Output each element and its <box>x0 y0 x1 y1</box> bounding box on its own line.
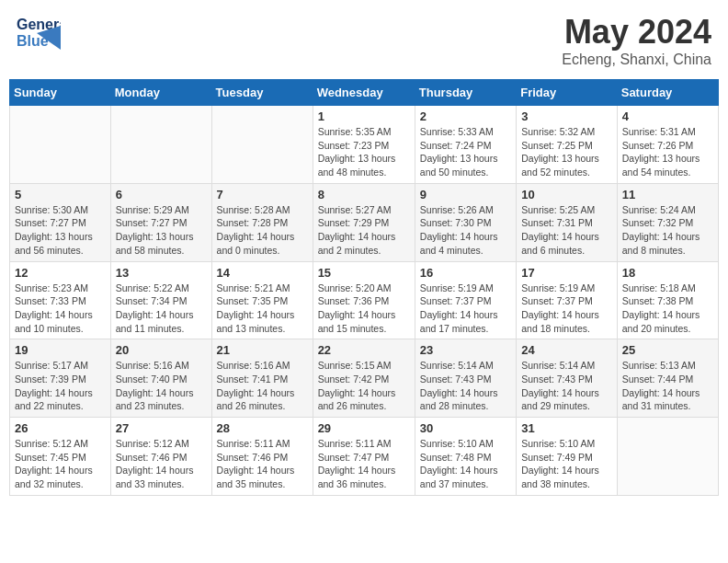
day-number: 30 <box>420 421 511 435</box>
day-number: 31 <box>521 421 612 435</box>
day-info-line: Daylight: 13 hours <box>622 152 713 166</box>
day-info-line: Sunrise: 5:10 AM <box>420 437 511 451</box>
day-number: 18 <box>622 266 713 280</box>
day-info-line: and 11 minutes. <box>116 322 207 336</box>
day-info-line: Sunset: 7:44 PM <box>622 373 713 386</box>
calendar-cell: 7Sunrise: 5:28 AMSunset: 7:28 PMDaylight… <box>211 183 313 261</box>
calendar-cell: 11Sunrise: 5:24 AMSunset: 7:32 PMDayligh… <box>617 183 718 261</box>
day-number: 12 <box>15 266 106 280</box>
day-number: 19 <box>15 343 106 357</box>
day-info-line: Daylight: 13 hours <box>521 152 612 166</box>
day-info-line: Sunrise: 5:29 AM <box>116 203 207 217</box>
calendar-cell: 12Sunrise: 5:23 AMSunset: 7:33 PMDayligh… <box>10 261 111 339</box>
day-number: 22 <box>318 343 410 357</box>
title-block: May 2024 Echeng, Shanxi, China <box>562 13 711 68</box>
day-info-line: Sunset: 7:32 PM <box>622 216 713 230</box>
calendar-cell <box>110 106 211 184</box>
day-number: 3 <box>521 109 612 123</box>
day-info-line: Sunrise: 5:19 AM <box>420 282 511 295</box>
day-number: 8 <box>318 188 410 201</box>
day-number: 13 <box>116 266 207 280</box>
day-info-line: and 56 minutes. <box>15 244 106 258</box>
calendar-week-row: 19Sunrise: 5:17 AMSunset: 7:39 PMDayligh… <box>10 339 719 418</box>
day-number: 2 <box>420 109 511 123</box>
day-info-line: Daylight: 14 hours <box>15 464 106 477</box>
day-info-line: Sunrise: 5:17 AM <box>15 359 106 373</box>
day-info-line: and 52 minutes. <box>521 166 612 179</box>
day-info-line: Sunset: 7:27 PM <box>15 216 106 230</box>
calendar-cell <box>211 106 313 184</box>
calendar-cell: 9Sunrise: 5:26 AMSunset: 7:30 PMDaylight… <box>415 183 516 261</box>
day-info-line: and 54 minutes. <box>622 166 713 179</box>
day-info-line: Sunset: 7:25 PM <box>521 139 612 153</box>
day-of-week-header: Wednesday <box>313 80 415 106</box>
day-info-line: Daylight: 14 hours <box>217 464 308 477</box>
calendar-cell: 8Sunrise: 5:27 AMSunset: 7:29 PMDaylight… <box>313 183 415 261</box>
day-info-line: Daylight: 14 hours <box>116 464 207 477</box>
day-info-line: and 58 minutes. <box>116 244 207 258</box>
day-info-line: and 26 minutes. <box>217 399 308 413</box>
day-info-line: Sunset: 7:45 PM <box>15 451 106 465</box>
day-info-line: Sunset: 7:37 PM <box>521 294 612 308</box>
day-number: 4 <box>622 109 713 123</box>
day-info-line: Sunrise: 5:16 AM <box>217 359 308 373</box>
day-info-line: and 4 minutes. <box>420 244 511 258</box>
day-of-week-header: Sunday <box>10 80 111 106</box>
day-number: 21 <box>217 343 308 357</box>
day-info-line: and 28 minutes. <box>420 399 511 413</box>
day-info-line: Sunset: 7:28 PM <box>217 216 308 230</box>
day-info-line: Daylight: 14 hours <box>521 308 612 322</box>
day-info-line: Daylight: 14 hours <box>622 308 713 322</box>
calendar-week-row: 1Sunrise: 5:35 AMSunset: 7:23 PMDaylight… <box>10 106 719 184</box>
calendar-cell: 19Sunrise: 5:17 AMSunset: 7:39 PMDayligh… <box>10 339 111 418</box>
day-info-line: Sunrise: 5:23 AM <box>15 282 106 295</box>
day-of-week-header: Thursday <box>415 80 516 106</box>
logo: General Blue <box>17 13 61 50</box>
calendar-body: 1Sunrise: 5:35 AMSunset: 7:23 PMDaylight… <box>10 106 719 496</box>
day-number: 17 <box>521 266 612 280</box>
day-info-line: Daylight: 14 hours <box>521 230 612 244</box>
day-info-line: Sunrise: 5:33 AM <box>420 125 511 139</box>
day-number: 28 <box>217 421 308 435</box>
day-info-line: Sunrise: 5:15 AM <box>318 359 410 373</box>
calendar-cell: 21Sunrise: 5:16 AMSunset: 7:41 PMDayligh… <box>211 339 313 418</box>
day-info-line: Sunset: 7:47 PM <box>318 451 410 465</box>
day-info-line: and 26 minutes. <box>318 399 410 413</box>
day-number: 24 <box>521 343 612 357</box>
day-info-line: Daylight: 13 hours <box>116 230 207 244</box>
day-info-line: and 31 minutes. <box>622 399 713 413</box>
day-info-line: Daylight: 14 hours <box>15 386 106 400</box>
day-info-line: and 6 minutes. <box>521 244 612 258</box>
day-info-line: Daylight: 14 hours <box>622 386 713 400</box>
day-info-line: Daylight: 14 hours <box>521 386 612 400</box>
day-info-line: Sunrise: 5:28 AM <box>217 203 308 217</box>
day-of-week-header: Monday <box>110 80 211 106</box>
day-info-line: Sunset: 7:39 PM <box>15 373 106 386</box>
day-info-line: and 33 minutes. <box>116 477 207 491</box>
day-info-line: and 8 minutes. <box>622 244 713 258</box>
calendar-cell: 25Sunrise: 5:13 AMSunset: 7:44 PMDayligh… <box>617 339 718 418</box>
day-info-line: Sunset: 7:43 PM <box>420 373 511 386</box>
day-info-line: Daylight: 14 hours <box>318 386 410 400</box>
day-info-line: and 20 minutes. <box>622 322 713 336</box>
day-number: 20 <box>116 343 207 357</box>
day-info-line: Sunrise: 5:22 AM <box>116 282 207 295</box>
day-number: 16 <box>420 266 511 280</box>
day-info-line: Sunrise: 5:26 AM <box>420 203 511 217</box>
calendar-cell: 16Sunrise: 5:19 AMSunset: 7:37 PMDayligh… <box>415 261 516 339</box>
calendar-week-row: 26Sunrise: 5:12 AMSunset: 7:45 PMDayligh… <box>10 418 719 496</box>
day-info-line: Daylight: 14 hours <box>420 230 511 244</box>
day-info-line: Daylight: 14 hours <box>318 230 410 244</box>
calendar-cell: 17Sunrise: 5:19 AMSunset: 7:37 PMDayligh… <box>517 261 618 339</box>
month-year-title: May 2024 <box>562 13 711 52</box>
calendar-cell: 26Sunrise: 5:12 AMSunset: 7:45 PMDayligh… <box>10 418 111 496</box>
day-number: 23 <box>420 343 511 357</box>
calendar-cell: 31Sunrise: 5:10 AMSunset: 7:49 PMDayligh… <box>517 418 618 496</box>
calendar-cell: 29Sunrise: 5:11 AMSunset: 7:47 PMDayligh… <box>313 418 415 496</box>
location-subtitle: Echeng, Shanxi, China <box>562 52 711 68</box>
calendar-cell <box>617 418 718 496</box>
day-info-line: Daylight: 14 hours <box>217 386 308 400</box>
day-info-line: Sunset: 7:43 PM <box>521 373 612 386</box>
calendar-cell: 20Sunrise: 5:16 AMSunset: 7:40 PMDayligh… <box>110 339 211 418</box>
day-info-line: Daylight: 14 hours <box>622 230 713 244</box>
